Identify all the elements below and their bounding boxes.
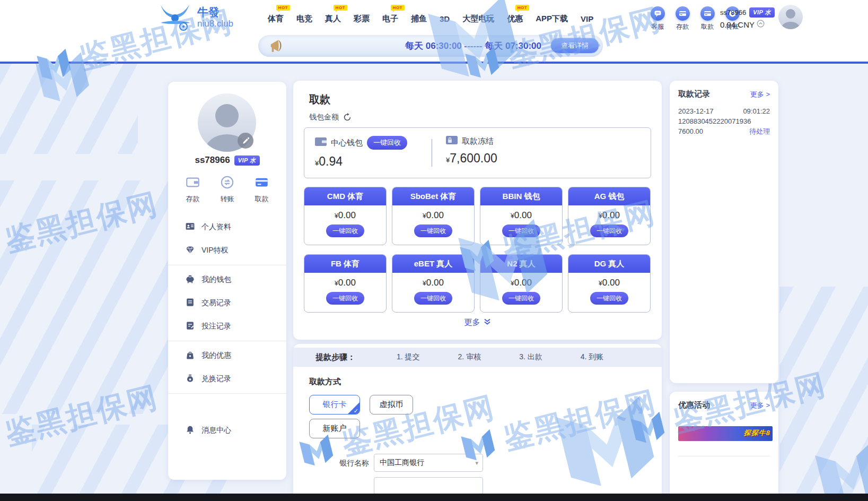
recycle-button[interactable]: 一键回收 <box>414 224 452 237</box>
recycle-button[interactable]: 一键回收 <box>326 292 364 305</box>
step-1: 1. 提交 <box>397 352 420 362</box>
show-more-wallets[interactable]: 更多 <box>293 317 662 327</box>
wallet-outline-icon <box>186 175 200 191</box>
sidebar-action-transfer[interactable]: 转账 <box>220 175 234 204</box>
promo-banner-text: 探探牛8 <box>744 428 770 438</box>
hot-badge: HOT <box>391 5 405 11</box>
wallet-icon <box>315 137 327 148</box>
center-wallet-label: 中心钱包 <box>331 138 363 148</box>
username-row[interactable]: ss78966 VIP 水 <box>720 7 775 18</box>
sidebar-user-row: ss78966 VIP 水 <box>168 155 286 166</box>
bank-branch-input[interactable] <box>374 477 483 495</box>
announcement-detail-button[interactable]: 查看详情 <box>550 38 599 54</box>
wallet-card: BBIN 钱包¥0.00一键回收 <box>480 187 563 245</box>
sidebar-item-transaction-records[interactable]: 交易记录 <box>168 291 286 315</box>
steps-title: 提款步骤： <box>315 352 355 362</box>
records-title: 取款记录 <box>678 89 710 99</box>
recycle-button[interactable]: 一键回收 <box>326 224 364 237</box>
transfer-circle-icon <box>220 175 234 191</box>
bank-name-value: 中国工商银行 <box>380 458 424 468</box>
nav-item-fishing[interactable]: 捕鱼 <box>411 10 427 24</box>
recycle-button[interactable]: 一键回收 <box>502 224 540 237</box>
sidebar-item-profile[interactable]: 个人资料 <box>168 215 286 239</box>
hot-badge: HOT <box>334 5 347 11</box>
nav-item-app-download[interactable]: APP下载 <box>536 10 568 24</box>
doc-pen-icon <box>185 321 195 332</box>
wallet-card-title: BBIN 钱包 <box>480 187 562 205</box>
withdraw-panel: 取款 钱包金额 中心钱包 一键回收 ¥0.94 取 <box>293 81 662 340</box>
withdraw-icon <box>700 6 715 21</box>
quick-action-customer-service[interactable]: 客服 <box>648 6 667 31</box>
sidebar-quick-actions: 存款转账取款 <box>168 175 286 204</box>
doc-lines-icon <box>185 297 195 309</box>
nav-item-esports[interactable]: 电竞 <box>296 10 312 24</box>
quick-action-withdraw[interactable]: 取款 <box>698 6 717 31</box>
center-wallet-amount: ¥0.94 <box>315 154 413 169</box>
recycle-all-button[interactable]: 一键回收 <box>367 136 407 150</box>
wallet-card: CMD 体育¥0.00一键回收 <box>304 187 387 245</box>
record-date: 2023-12-17 <box>678 106 714 116</box>
nav-item-3d[interactable]: 3D <box>440 10 450 23</box>
card-filled-icon <box>255 175 269 191</box>
watermark: 鉴黑担保网 <box>0 184 163 272</box>
wallet-card-title: CMD 体育 <box>304 187 386 205</box>
recycle-button[interactable]: 一键回收 <box>590 292 628 305</box>
nav-item-lottery[interactable]: 彩票 <box>354 10 370 24</box>
id-card-icon <box>185 221 195 233</box>
hot-badge: HOT <box>515 5 529 11</box>
method-crypto[interactable]: 虚拟币 <box>370 395 413 414</box>
nav-item-vip[interactable]: VIP <box>581 10 593 23</box>
wallet-card: DG 真人¥0.00一键回收 <box>568 254 651 313</box>
method-new-account[interactable]: 新账户 <box>309 419 360 438</box>
sidebar-vip-badge: VIP 水 <box>234 156 260 166</box>
chevron-down-icon: ▾ <box>475 460 478 467</box>
sidebar-action-deposit[interactable]: 存款 <box>186 175 200 204</box>
sidebar-item-exchange-records[interactable]: 兑换记录 <box>168 367 286 391</box>
records-more-link[interactable]: 更多 > <box>750 90 770 99</box>
nav-item-promotions[interactable]: 优惠HOT <box>507 10 523 24</box>
promotions-more-link[interactable]: 更多 > <box>750 401 770 410</box>
hot-badge: HOT <box>276 5 290 11</box>
bull-logo-icon <box>158 2 193 33</box>
sidebar-item-bet-records[interactable]: 投注记录 <box>168 315 286 338</box>
record-status: 待处理 <box>749 126 770 136</box>
nav-item-sports[interactable]: 体育HOT <box>268 10 284 24</box>
recycle-button[interactable]: 一键回收 <box>414 292 452 305</box>
edit-avatar-button[interactable] <box>238 133 253 149</box>
nav-item-slots[interactable]: 电子HOT <box>382 10 398 24</box>
method-bank-card[interactable]: 银行卡 <box>309 395 360 414</box>
sidebar-action-withdraw[interactable]: 取款 <box>255 175 269 204</box>
wallet-card-amount: ¥0.00 <box>392 210 474 221</box>
withdraw-steps-bar: 提款步骤： 1. 提交2. 审核3. 出款4. 到账 <box>293 348 662 367</box>
sidebar-item-message-center[interactable]: 消息中心 <box>168 419 286 442</box>
recycle-button[interactable]: 一键回收 <box>590 224 628 237</box>
wallet-card-amount: ¥0.00 <box>480 278 562 288</box>
bottom-dark-bar <box>0 494 868 501</box>
double-chevron-down-icon <box>484 318 491 327</box>
sidebar-item-my-promos[interactable]: 我的优惠 <box>168 344 286 367</box>
refresh-icon[interactable] <box>343 113 352 122</box>
record-time: 09:01:22 <box>743 106 770 116</box>
piggy-bank-icon <box>185 274 195 286</box>
customer-service-icon <box>651 6 665 21</box>
wallet-card-title: AG 钱包 <box>568 187 650 205</box>
recycle-button[interactable]: 一键回收 <box>502 292 540 305</box>
nav-item-arcade[interactable]: 大型电玩 <box>462 10 494 24</box>
wallet-card-title: SboBet 体育 <box>392 187 474 205</box>
bank-name-select[interactable]: 中国工商银行 ▾ <box>374 454 483 472</box>
divider <box>168 265 286 265</box>
wallet-card: eBET 真人¥0.00一键回收 <box>392 254 475 313</box>
wallet-card-title: eBET 真人 <box>392 255 474 273</box>
sidebar-item-vip-privileges[interactable]: VIP特权 <box>168 239 286 262</box>
promo-banner[interactable]: 探探牛8 <box>678 426 773 441</box>
frozen-section: 取款冻结 ¥7,600.00 <box>432 128 497 178</box>
bank-name-label: 银行名称 <box>339 459 369 468</box>
wallet-card-amount: ¥0.00 <box>568 278 650 288</box>
brand-logo[interactable]: 牛發 niu8.club <box>158 2 233 33</box>
sidebar-item-my-wallet[interactable]: 我的钱包 <box>168 268 286 291</box>
nav-item-live-casino[interactable]: 真人HOT <box>325 10 341 24</box>
avatar[interactable] <box>778 5 803 29</box>
quick-action-deposit[interactable]: 存款 <box>673 6 692 31</box>
wallet-card-amount: ¥0.00 <box>568 210 650 221</box>
balance-row[interactable]: 0.94 CNY <box>720 20 775 29</box>
